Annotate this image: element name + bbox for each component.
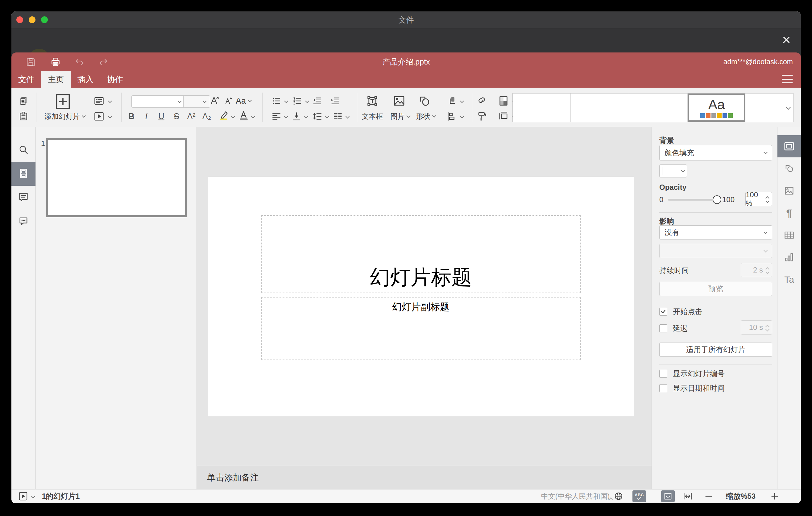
zoom-out-icon[interactable] <box>704 492 713 501</box>
document-language-icon[interactable] <box>614 491 624 501</box>
font-color-dropdown-icon[interactable] <box>251 114 255 118</box>
slideshow-dropdown-icon[interactable] <box>108 114 112 118</box>
opacity-slider-track[interactable] <box>668 199 716 201</box>
superscript-button[interactable]: A² <box>187 112 196 121</box>
vertical-align-icon[interactable] <box>291 111 302 122</box>
strikethrough-button[interactable]: S <box>174 112 179 121</box>
shape-icon[interactable] <box>418 95 431 107</box>
table-settings-icon[interactable] <box>778 224 801 246</box>
numbered-list-icon[interactable] <box>292 96 303 106</box>
slideshow-status-dropdown-icon[interactable] <box>31 494 35 498</box>
add-slide-icon[interactable] <box>54 93 72 110</box>
tab-home[interactable]: 主页 <box>41 71 71 88</box>
textbox-icon[interactable] <box>366 95 379 107</box>
effect-select[interactable]: 没有 <box>659 225 772 239</box>
vertical-align-dropdown-icon[interactable] <box>304 114 308 118</box>
slide-size-icon[interactable] <box>498 111 509 122</box>
theme-gallery-expand-icon[interactable] <box>783 93 793 122</box>
shape-button[interactable]: 形状 <box>416 112 436 121</box>
apply-to-all-button[interactable]: 适用于所有幻灯片 <box>659 343 772 357</box>
slide-layout-icon[interactable] <box>93 95 105 107</box>
copy-icon[interactable] <box>18 96 29 106</box>
font-size-input[interactable] <box>183 95 210 108</box>
textart-settings-icon[interactable]: Ta <box>778 268 801 291</box>
show-date-time-checkbox[interactable]: 显示日期和时间 <box>659 383 725 393</box>
theme-option[interactable] <box>513 93 571 122</box>
effect-type-select[interactable] <box>659 244 772 258</box>
shape-align-icon[interactable] <box>446 111 458 122</box>
highlight-dropdown-icon[interactable] <box>231 114 235 118</box>
italic-button[interactable]: I <box>145 112 148 121</box>
font-color-icon[interactable] <box>238 110 249 121</box>
fill-color-picker[interactable] <box>659 165 687 177</box>
tab-insert[interactable]: 插入 <box>71 71 100 88</box>
horizontal-align-dropdown-icon[interactable] <box>284 114 288 118</box>
numbered-list-dropdown-icon[interactable] <box>305 99 309 103</box>
change-case-button[interactable]: Aa <box>236 96 251 106</box>
slide-thumbnail[interactable] <box>46 138 187 217</box>
duration-spinner[interactable]: 2 s <box>741 263 772 277</box>
title-placeholder[interactable]: 幻灯片标题 <box>261 215 581 293</box>
line-spacing-dropdown-icon[interactable] <box>325 114 329 118</box>
subtitle-placeholder[interactable]: 幻灯片副标题 <box>261 297 581 360</box>
increase-indent-icon[interactable] <box>330 96 341 106</box>
zoom-in-icon[interactable] <box>770 492 779 501</box>
notes-area[interactable]: 单击添加备注 <box>197 466 651 489</box>
sidebar-item-slides[interactable] <box>11 162 35 186</box>
theme-option[interactable] <box>629 93 688 122</box>
bullet-list-dropdown-icon[interactable] <box>284 99 288 103</box>
bullet-list-icon[interactable] <box>271 96 282 106</box>
columns-dropdown-icon[interactable] <box>346 114 350 118</box>
language-selector[interactable]: 中文(中华人民共和国) <box>541 492 610 501</box>
menu-icon[interactable] <box>782 75 793 83</box>
shape-align-dropdown-icon[interactable] <box>460 114 464 118</box>
theme-option[interactable] <box>571 93 629 122</box>
theme-option[interactable] <box>745 93 783 122</box>
color-scheme-icon[interactable] <box>498 95 509 107</box>
line-spacing-icon[interactable] <box>312 111 323 122</box>
horizontal-align-icon[interactable] <box>271 111 282 122</box>
start-on-click-checkbox[interactable]: 开始点击 <box>659 307 702 317</box>
sidebar-item-search[interactable] <box>11 138 35 162</box>
slide-settings-icon[interactable] <box>778 135 801 157</box>
tab-file[interactable]: 文件 <box>11 71 41 88</box>
image-icon[interactable] <box>393 95 405 107</box>
image-button[interactable]: 图片 <box>390 112 410 121</box>
columns-icon[interactable] <box>332 111 343 122</box>
slide[interactable]: 幻灯片标题 幻灯片副标题 <box>208 176 634 416</box>
subscript-button[interactable]: A₂ <box>202 112 211 121</box>
spellcheck-toggle[interactable]: ABC <box>633 490 646 502</box>
close-icon[interactable] <box>779 33 793 47</box>
start-slideshow-icon[interactable] <box>93 111 105 122</box>
slide-layout-dropdown-icon[interactable] <box>108 99 112 103</box>
fit-slide-toggle[interactable] <box>661 490 675 502</box>
delay-spinner[interactable]: 10 s <box>741 320 772 335</box>
fit-width-icon[interactable] <box>683 491 693 501</box>
arrange-icon[interactable] <box>446 95 458 107</box>
preview-button[interactable]: 预览 <box>659 282 772 296</box>
highlight-color-icon[interactable] <box>219 110 229 121</box>
delay-checkbox[interactable]: 延迟 <box>659 323 688 333</box>
paragraph-settings-icon[interactable]: ¶ <box>778 202 801 224</box>
arrange-dropdown-icon[interactable] <box>460 99 464 103</box>
increase-font-icon[interactable] <box>209 95 220 106</box>
decrease-font-icon[interactable] <box>223 95 233 105</box>
bold-button[interactable]: B <box>128 112 135 121</box>
opacity-slider-handle[interactable] <box>713 195 721 204</box>
sidebar-item-comments[interactable] <box>11 186 35 209</box>
opacity-spinner[interactable]: 100 % <box>745 192 772 206</box>
fill-type-select[interactable]: 颜色填充 <box>659 145 772 161</box>
shape-settings-icon[interactable] <box>778 157 801 180</box>
clear-style-icon[interactable] <box>476 95 488 107</box>
start-slideshow-status-icon[interactable] <box>19 492 28 501</box>
font-name-input[interactable] <box>132 95 185 108</box>
theme-option-selected[interactable]: Aa <box>688 93 746 122</box>
sidebar-item-chat[interactable] <box>11 209 35 233</box>
show-slide-number-checkbox[interactable]: 显示幻灯片编号 <box>659 369 725 379</box>
image-settings-icon[interactable] <box>778 180 801 202</box>
paste-icon[interactable] <box>18 111 29 122</box>
copy-style-icon[interactable] <box>476 111 488 122</box>
decrease-indent-icon[interactable] <box>312 96 322 106</box>
tab-collaboration[interactable]: 协作 <box>100 71 130 88</box>
textbox-button[interactable]: 文本框 <box>362 112 383 121</box>
